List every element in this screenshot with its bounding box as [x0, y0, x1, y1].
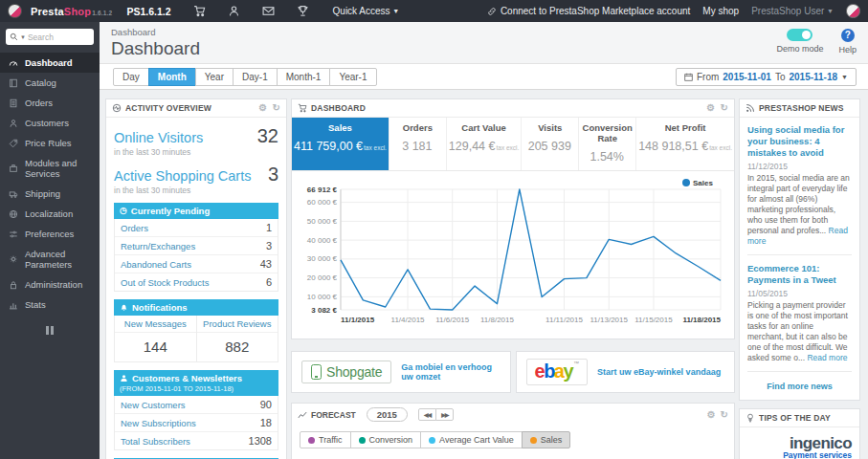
- sidebar-item-orders[interactable]: Orders: [0, 93, 100, 113]
- active-carts-link[interactable]: Active Shopping Carts: [114, 168, 251, 184]
- range-button-day-1[interactable]: Day-1: [233, 68, 278, 86]
- new-customers-link[interactable]: New Customers: [121, 400, 186, 410]
- svg-text:11/15/2015: 11/15/2015: [634, 316, 673, 324]
- demo-mode-toggle[interactable]: [787, 29, 812, 41]
- range-button-day[interactable]: Day: [113, 68, 149, 86]
- abandoned-carts-link[interactable]: Abandoned Carts: [121, 259, 191, 270]
- sidebar-item-shipping[interactable]: Shipping: [0, 184, 100, 204]
- help-icon[interactable]: ?: [841, 29, 855, 42]
- dashboard-content: ACTIVITY OVERVIEW ⚙↻ Online Visitors 32 …: [100, 90, 868, 459]
- sidebar-collapse-button[interactable]: [44, 326, 56, 335]
- refresh-icon[interactable]: ↻: [272, 103, 280, 113]
- read-more-link[interactable]: Read more: [807, 353, 847, 362]
- sidebar-search: ▼: [6, 29, 94, 45]
- product-reviews-col: Product Reviews 882: [197, 316, 278, 361]
- previous-year-button[interactable]: ◀◀: [418, 408, 436, 421]
- sidebar-item-localization[interactable]: Localization: [0, 204, 100, 224]
- legend-sales-button[interactable]: Sales: [522, 431, 571, 448]
- new-subscriptions-value: 18: [260, 417, 272, 428]
- truck-icon: [9, 189, 18, 199]
- avg-cart-dot-icon: [429, 437, 435, 444]
- sidebar-item-preferences[interactable]: Preferences: [0, 224, 100, 244]
- pending-orders-link[interactable]: Orders: [121, 223, 148, 233]
- brand-second: Shop: [64, 6, 91, 17]
- user-menu[interactable]: PrestaShop User ▼: [751, 6, 834, 16]
- legend-traffic-button[interactable]: Traffic: [300, 431, 351, 448]
- online-visitors-link[interactable]: Online Visitors: [114, 130, 203, 145]
- new-messages-link[interactable]: New Messages: [115, 316, 196, 333]
- sidebar-item-price-rules[interactable]: Price Rules: [0, 133, 100, 153]
- news-article-title[interactable]: Ecommerce 101: Payments in a Tweet: [747, 263, 852, 286]
- next-year-button[interactable]: ▶▶: [435, 408, 454, 421]
- cart-icon[interactable]: [193, 5, 206, 17]
- gear-icon[interactable]: ⚙: [706, 103, 715, 113]
- svg-text:11/11/2015: 11/11/2015: [545, 316, 583, 324]
- pending-returns-value: 3: [266, 240, 272, 251]
- tips-body: ingenico Payment services Geef je Sales …: [740, 427, 859, 459]
- range-button-year[interactable]: Year: [195, 68, 234, 86]
- customer-icon[interactable]: [228, 5, 240, 17]
- pending-returns-link[interactable]: Return/Exchanges: [121, 241, 195, 251]
- ebay-link[interactable]: Start uw eBay-winkel vandaag: [597, 367, 721, 377]
- forecast-year-pill[interactable]: 2015: [367, 407, 408, 422]
- my-shop-link[interactable]: My shop: [702, 6, 739, 16]
- metric-orders[interactable]: Orders 3 181: [389, 118, 447, 170]
- search-scope-caret[interactable]: ▼: [20, 34, 26, 40]
- lightbulb-icon: [746, 413, 755, 423]
- activity-overview-panel: ACTIVITY OVERVIEW ⚙↻ Online Visitors 32 …: [105, 98, 287, 459]
- active-carts-value: 3: [268, 164, 278, 186]
- refresh-icon[interactable]: ↻: [721, 410, 728, 420]
- total-subscribers-link[interactable]: Total Subscribers: [121, 436, 190, 447]
- ebay-banner[interactable]: ebay ™ Start uw eBay-winkel vandaag: [516, 351, 736, 393]
- quick-access-menu[interactable]: Quick Access ▼: [333, 6, 400, 16]
- svg-text:30 000 €: 30 000 €: [307, 254, 338, 263]
- svg-text:11/8/2015: 11/8/2015: [480, 316, 515, 324]
- shopgate-banner[interactable]: Shopgate Ga mobiel en verhoog uw omzet: [291, 351, 511, 393]
- sidebar-item-catalog[interactable]: Catalog: [0, 73, 100, 93]
- gear-icon[interactable]: ⚙: [707, 410, 716, 420]
- range-button-month[interactable]: Month: [148, 68, 196, 86]
- range-button-year-1[interactable]: Year-1: [329, 68, 376, 86]
- sidebar-item-advanced-parameters[interactable]: Advanced Parameters: [0, 244, 100, 274]
- marketplace-link[interactable]: Connect to PrestaShop Marketplace accoun…: [487, 6, 690, 16]
- trend-icon: [298, 410, 307, 420]
- news-article-title[interactable]: Using social media for your business: 4 …: [747, 124, 852, 159]
- range-button-month-1[interactable]: Month-1: [277, 68, 331, 86]
- out-of-stock-link[interactable]: Out of Stock Products: [121, 277, 209, 288]
- help-control: ? Help: [838, 29, 857, 55]
- shopgate-link[interactable]: Ga mobiel en verhoog uw omzet: [401, 362, 500, 382]
- sidebar-item-dashboard[interactable]: Dashboard: [0, 53, 100, 73]
- user-avatar[interactable]: [846, 4, 860, 18]
- sidebar-item-administration[interactable]: Administration: [0, 274, 100, 295]
- list-item: New Subscriptions18: [115, 414, 278, 432]
- metric-sales[interactable]: Sales 411 759,00 €tax excl.: [292, 118, 389, 170]
- forecast-nav: ◀◀ ▶▶: [418, 408, 454, 421]
- date-range-picker[interactable]: From 2015-11-01 To 2015-11-18 ▼: [676, 68, 857, 86]
- product-reviews-link[interactable]: Product Reviews: [197, 316, 278, 333]
- sidebar-item-customers[interactable]: Customers: [0, 113, 100, 133]
- metric-net-profit[interactable]: Net Profit 148 918,51 €tax excl.: [636, 118, 734, 170]
- notifications-section-header: Notifications: [114, 299, 278, 316]
- breadcrumb[interactable]: Dashboard: [111, 27, 857, 37]
- metric-visits[interactable]: Visits 205 939: [522, 118, 579, 170]
- find-more-news-link[interactable]: Find more news: [747, 382, 852, 391]
- metric-cart-value[interactable]: Cart Value 129,44 €tax excl.: [447, 118, 523, 170]
- date-toolbar: Day Month Year Day-1 Month-1 Year-1 From…: [100, 63, 868, 90]
- gear-icon[interactable]: ⚙: [258, 103, 267, 113]
- search-input[interactable]: [28, 33, 83, 42]
- messages-icon[interactable]: [262, 5, 275, 17]
- brand-name: PrestaShop1.6.1.2: [31, 6, 112, 17]
- metric-conversion-rate[interactable]: Conversion Rate 1.54%: [579, 118, 636, 170]
- brand-first: Presta: [31, 6, 64, 17]
- sidebar-item-modules[interactable]: Modules and Services: [0, 153, 100, 184]
- legend-conversion-button[interactable]: Conversion: [350, 431, 422, 448]
- bell-icon: [120, 303, 128, 312]
- sidebar-item-stats[interactable]: Stats: [0, 295, 100, 315]
- new-subscriptions-link[interactable]: New Subscriptions: [121, 418, 196, 428]
- svg-text:50 000 €: 50 000 €: [307, 217, 338, 226]
- trophy-icon[interactable]: [297, 5, 309, 17]
- refresh-icon[interactable]: ↻: [720, 103, 728, 113]
- user-icon: [120, 374, 128, 382]
- legend-avg-cart-button[interactable]: Average Cart Value: [420, 431, 523, 448]
- list-item: Total Subscribers1308: [115, 432, 278, 449]
